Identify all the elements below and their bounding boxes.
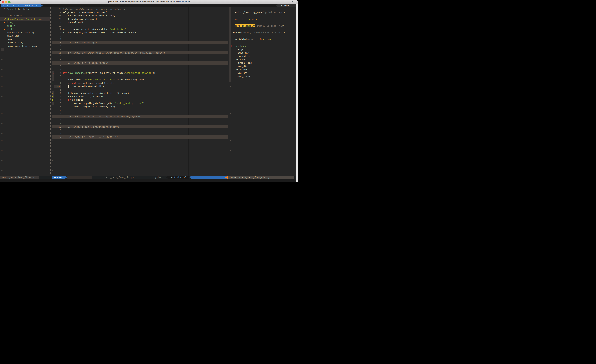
empty-line[interactable]: ~ <box>1 135 50 138</box>
code-line[interactable]: +3 torch.save(state, filename) <box>52 95 228 98</box>
empty-line[interactable]: ~ <box>230 115 296 118</box>
empty-line[interactable]: ~ <box>230 129 296 132</box>
code-line[interactable]: 7 <box>52 108 228 112</box>
code-line[interactable]: 14 <box>52 132 228 135</box>
tree-item-dir[interactable]: ▸ model/ <box>4 24 50 28</box>
code-line[interactable]: 20 transforms.ToTensor(), <box>52 17 228 21</box>
tree-item-file[interactable]: train_cls.py <box>7 41 50 44</box>
empty-line[interactable]: ~ <box>230 166 296 169</box>
code-line[interactable]: 8 <box>52 58 228 61</box>
tab-buffers[interactable]: buffers <box>276 4 297 7</box>
empty-line[interactable]: ~ <box>1 159 50 162</box>
nerdtree-pane[interactable]: " Press ? for help.. (up a dir)</jdhao/P… <box>0 7 50 176</box>
empty-line[interactable]: ~ <box>230 155 296 159</box>
empty-line[interactable]: ~ <box>52 159 228 162</box>
tagbar-variable-item[interactable]: +normalize <box>237 54 296 58</box>
tree-item-dir[interactable]: ▸ libs/ <box>4 21 50 24</box>
empty-line[interactable]: ~ <box>1 112 50 115</box>
empty-line[interactable]: ~ <box>230 172 296 176</box>
code-line[interactable]: 19 normalize]) <box>52 21 228 24</box>
code-line[interactable]: 6 <box>52 65 228 68</box>
code-line[interactable]: 16val_set = QuerySet(root=val_dir, trans… <box>52 31 228 34</box>
empty-line[interactable]: ~ <box>1 155 50 159</box>
empty-line[interactable]: ~ <box>1 88 50 91</box>
empty-line[interactable]: ~ <box>1 105 50 108</box>
empty-line[interactable]: ~ <box>230 91 296 95</box>
empty-line[interactable]: ~ <box>230 81 296 85</box>
code-line[interactable]: 9+-- 9 lines: def adjust_learning_rate(o… <box>52 115 228 118</box>
code-line[interactable]: 15+-- 2 lines: if __name__ == "__main__"… <box>52 135 228 138</box>
tree-item-file[interactable]: README.md <box>7 34 50 37</box>
empty-line[interactable]: ~ <box>230 108 296 112</box>
empty-line[interactable]: ~ <box>52 149 228 152</box>
empty-line[interactable]: ~ <box>1 75 50 78</box>
empty-line[interactable]: ~ <box>230 85 296 88</box>
code-line[interactable]: 7+-- 35 lines: def validate(model): <box>52 61 228 65</box>
empty-line[interactable]: ~ <box>1 149 50 152</box>
tagbar-variable-item[interactable]: +val_mAP <box>237 68 296 71</box>
empty-line[interactable]: ~ <box>230 105 296 108</box>
code-line[interactable]: 10+-- 50 lines: def train(model, train_l… <box>52 51 228 54</box>
empty-line[interactable]: ~ <box>230 145 296 149</box>
tagbar-function-item[interactable]: +validate(model) : function <box>233 37 296 41</box>
tree-item-file[interactable]: benchmark_on_test.py <box>7 31 50 34</box>
empty-line[interactable]: ~ <box>230 102 296 105</box>
code-line[interactable]: a1 if not os.path.exists(model_dir): <box>52 81 228 85</box>
empty-line[interactable]: ~ <box>52 162 228 166</box>
code-line[interactable]: 5 <box>52 68 228 71</box>
tree-cursor-cell[interactable] <box>0 48 50 51</box>
tagbar-variable-item[interactable]: +val_trans <box>237 75 296 78</box>
tagbar-function-item[interactable]: +save_checkpoint(state, is_best, fil> <box>233 24 296 28</box>
empty-line[interactable]: ~ <box>230 159 296 162</box>
empty-line[interactable]: ~ <box>1 91 50 95</box>
empty-line[interactable]: ~ <box>52 166 228 169</box>
empty-line[interactable]: ~ <box>1 129 50 132</box>
empty-line[interactable]: ~ <box>230 162 296 166</box>
tagbar-variable-item[interactable]: +val_set <box>237 71 296 75</box>
empty-line[interactable]: ~ <box>1 122 50 125</box>
empty-line[interactable]: ~ <box>52 145 228 149</box>
code-line[interactable]: 15 <box>52 34 228 37</box>
empty-line[interactable]: ~ <box>1 65 50 68</box>
tree-help-line[interactable]: " Press ? for help <box>4 7 50 11</box>
tagbar-function-item[interactable]: +adjust_learning_rate(optimizer, epo> <box>233 11 296 14</box>
vim-command-line[interactable] <box>0 179 296 182</box>
empty-line[interactable]: ~ <box>230 95 296 98</box>
tagbar-pane[interactable]: +adjust_learning_rate(optimizer, epo>+ma… <box>229 7 296 176</box>
empty-line[interactable]: ~ <box>230 138 296 142</box>
tagbar-section-header[interactable]: ▼ variables <box>231 44 296 48</box>
empty-line[interactable]: ~ <box>1 142 50 145</box>
empty-line[interactable]: ~ <box>1 108 50 112</box>
tree-item-dir[interactable]: ▸ util/ <box>4 28 50 31</box>
tagbar-variable-item[interactable]: +val_dir <box>237 65 296 68</box>
empty-line[interactable]: ~ <box>1 85 50 88</box>
code-line[interactable]: 13 <box>52 129 228 132</box>
empty-line[interactable]: ~ <box>1 115 50 118</box>
window-separator-left[interactable] <box>50 7 51 176</box>
empty-line[interactable]: ~ <box>230 132 296 135</box>
empty-line[interactable]: ~ <box>1 71 50 75</box>
code-line[interactable]: 6 shutil.copyfile(filename, src) <box>52 105 228 108</box>
empty-line[interactable]: ~ <box>1 61 50 65</box>
code-line[interactable]: 11 <box>52 48 228 51</box>
code-line[interactable]: 8 <box>52 112 228 115</box>
empty-line[interactable]: ~ <box>1 125 50 129</box>
empty-line[interactable]: ~ <box>1 169 50 172</box>
code-line[interactable]: 12 <box>52 44 228 48</box>
code-line[interactable]: 22val_trans = transforms.Compose([ <box>52 11 228 14</box>
empty-line[interactable]: ~ <box>230 98 296 102</box>
tagbar-function-item[interactable]: +main() : function <box>233 17 296 21</box>
empty-line[interactable]: ~ <box>52 138 228 142</box>
empty-line[interactable]: ~ <box>230 118 296 122</box>
empty-line[interactable]: ~ <box>52 172 228 176</box>
empty-line[interactable]: ~ <box>1 68 50 71</box>
code-line[interactable]: 10 <box>52 118 228 122</box>
empty-line[interactable]: ~ <box>1 132 50 135</box>
code-line[interactable]: ~2 model_dir = "model/check_point/{}".fo… <box>52 78 228 81</box>
code-editor-pane[interactable]: 23# do not do data augmentation on valid… <box>52 7 228 176</box>
tree-updir-item[interactable]: .. (up a dir) <box>4 14 50 17</box>
empty-line[interactable]: ~ <box>230 122 296 125</box>
tagbar-variable-item[interactable]: +best_mAP <box>237 51 296 54</box>
empty-line[interactable]: ~ <box>1 145 50 149</box>
empty-line[interactable]: ~ <box>1 102 50 105</box>
